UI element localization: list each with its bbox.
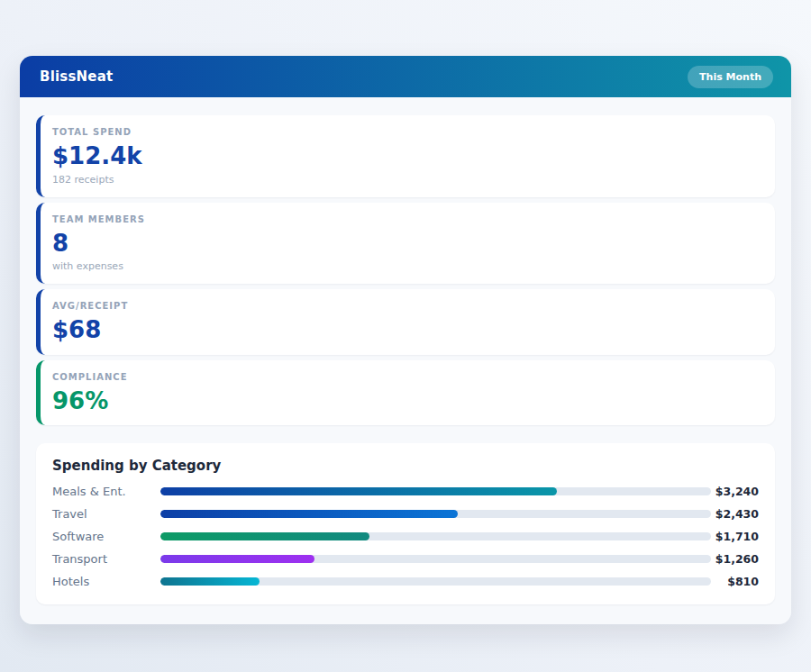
chart-title: Spending by Category <box>52 458 759 474</box>
category-value: $1,710 <box>711 530 759 543</box>
stat-label: TOTAL SPEND <box>52 127 759 137</box>
bar-track <box>160 487 711 495</box>
app-panel: BlissNeat This Month TOTAL SPEND $12.4k … <box>20 56 791 624</box>
stat-label: COMPLIANCE <box>52 372 759 382</box>
spending-by-category-card: Spending by Category Meals & Ent. $3,240… <box>36 443 775 604</box>
bar-fill <box>160 555 314 563</box>
chart-row-transport: Transport $1,260 <box>52 548 759 570</box>
app-header: BlissNeat This Month <box>20 56 791 97</box>
category-value: $810 <box>711 575 759 588</box>
chart-row-travel: Travel $2,430 <box>52 503 759 525</box>
stat-subtext: with expenses <box>52 260 759 272</box>
stat-label: TEAM MEMBERS <box>52 214 759 224</box>
stat-value: 8 <box>52 231 759 257</box>
bar-track <box>160 555 711 563</box>
stat-card-team-members: TEAM MEMBERS 8 with expenses <box>36 203 775 285</box>
stat-card-total-spend: TOTAL SPEND $12.4k 182 receipts <box>36 115 775 197</box>
stat-card-avg-receipt: AVG/RECEIPT $68 <box>36 289 775 355</box>
panel-body: TOTAL SPEND $12.4k 182 receipts TEAM MEM… <box>20 97 791 624</box>
stat-value: $12.4k <box>52 143 759 169</box>
category-label: Transport <box>52 552 160 566</box>
chart-row-meals: Meals & Ent. $3,240 <box>52 480 759 503</box>
bar-fill <box>160 487 557 495</box>
bar-fill <box>160 532 369 540</box>
bar-fill <box>160 577 260 586</box>
stat-subtext: 182 receipts <box>52 174 759 186</box>
category-value: $1,260 <box>711 552 759 566</box>
category-label: Meals & Ent. <box>52 485 160 498</box>
category-label: Hotels <box>52 575 160 588</box>
bar-track <box>160 577 711 586</box>
chart-row-software: Software $1,710 <box>52 525 759 548</box>
category-value: $3,240 <box>711 485 759 498</box>
bar-track <box>160 532 711 540</box>
bar-fill <box>160 510 458 518</box>
stat-value: 96% <box>52 388 759 414</box>
app-title: BlissNeat <box>40 68 113 85</box>
category-label: Travel <box>52 507 160 521</box>
bar-track <box>160 510 711 518</box>
period-badge[interactable]: This Month <box>688 66 773 88</box>
chart-row-hotels: Hotels $810 <box>52 570 759 593</box>
stat-value: $68 <box>52 317 759 343</box>
category-value: $2,430 <box>711 507 759 521</box>
stat-card-compliance: COMPLIANCE 96% <box>36 360 775 426</box>
category-label: Software <box>52 530 160 543</box>
stat-label: AVG/RECEIPT <box>52 301 759 311</box>
